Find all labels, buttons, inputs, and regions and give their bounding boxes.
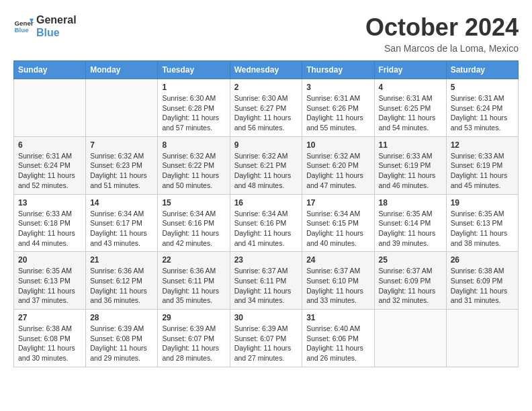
day-number: 16	[234, 198, 298, 208]
day-number: 17	[306, 198, 369, 208]
day-number: 13	[18, 198, 81, 208]
day-number: 31	[306, 313, 369, 322]
day-cell: 9Sunrise: 6:32 AMSunset: 6:21 PMDaylight…	[230, 136, 302, 194]
day-info: Sunrise: 6:32 AMSunset: 6:22 PMDaylight:…	[162, 151, 225, 191]
day-info: Sunrise: 6:35 AMSunset: 6:13 PMDaylight:…	[18, 266, 81, 306]
day-number: 7	[90, 140, 153, 150]
day-number: 8	[162, 140, 225, 150]
day-cell: 8Sunrise: 6:32 AMSunset: 6:22 PMDaylight…	[158, 136, 230, 194]
day-header-wednesday: Wednesday	[230, 61, 302, 79]
day-header-friday: Friday	[374, 61, 446, 79]
day-info: Sunrise: 6:31 AMSunset: 6:24 PMDaylight:…	[18, 151, 81, 191]
day-info: Sunrise: 6:30 AMSunset: 6:28 PMDaylight:…	[162, 93, 225, 133]
day-cell: 24Sunrise: 6:37 AMSunset: 6:10 PMDayligh…	[302, 252, 374, 310]
day-info: Sunrise: 6:38 AMSunset: 6:08 PMDaylight:…	[18, 324, 81, 363]
day-cell: 3Sunrise: 6:31 AMSunset: 6:26 PMDaylight…	[302, 79, 374, 137]
day-number: 3	[306, 83, 369, 92]
header-row: SundayMondayTuesdayWednesdayThursdayFrid…	[14, 61, 519, 79]
day-number: 15	[162, 198, 225, 208]
day-cell: 27Sunrise: 6:38 AMSunset: 6:08 PMDayligh…	[14, 310, 86, 367]
day-info: Sunrise: 6:39 AMSunset: 6:07 PMDaylight:…	[234, 324, 298, 363]
day-cell	[14, 79, 86, 137]
day-header-monday: Monday	[86, 61, 158, 79]
day-number: 10	[306, 140, 369, 150]
location: San Marcos de la Loma, Mexico	[365, 43, 519, 54]
day-info: Sunrise: 6:32 AMSunset: 6:20 PMDaylight:…	[306, 151, 369, 191]
day-number: 2	[234, 83, 298, 92]
day-number: 20	[18, 255, 81, 265]
day-cell: 20Sunrise: 6:35 AMSunset: 6:13 PMDayligh…	[14, 252, 86, 310]
day-info: Sunrise: 6:32 AMSunset: 6:21 PMDaylight:…	[234, 151, 298, 191]
day-info: Sunrise: 6:34 AMSunset: 6:17 PMDaylight:…	[90, 209, 153, 248]
week-row-4: 20Sunrise: 6:35 AMSunset: 6:13 PMDayligh…	[14, 252, 519, 310]
day-info: Sunrise: 6:35 AMSunset: 6:14 PMDaylight:…	[379, 209, 442, 248]
day-header-thursday: Thursday	[302, 61, 374, 79]
day-cell: 29Sunrise: 6:39 AMSunset: 6:07 PMDayligh…	[158, 310, 230, 367]
week-row-3: 13Sunrise: 6:33 AMSunset: 6:18 PMDayligh…	[14, 194, 519, 252]
day-number: 11	[379, 140, 442, 150]
day-cell: 17Sunrise: 6:34 AMSunset: 6:15 PMDayligh…	[302, 194, 374, 252]
day-info: Sunrise: 6:35 AMSunset: 6:13 PMDaylight:…	[451, 209, 514, 248]
week-row-5: 27Sunrise: 6:38 AMSunset: 6:08 PMDayligh…	[14, 310, 519, 367]
logo: General Blue General Blue	[13, 13, 77, 39]
day-info: Sunrise: 6:33 AMSunset: 6:19 PMDaylight:…	[379, 151, 442, 191]
day-number: 27	[18, 313, 81, 322]
day-cell: 15Sunrise: 6:34 AMSunset: 6:16 PMDayligh…	[158, 194, 230, 252]
day-info: Sunrise: 6:33 AMSunset: 6:18 PMDaylight:…	[18, 209, 81, 248]
day-header-saturday: Saturday	[446, 61, 518, 79]
day-cell: 18Sunrise: 6:35 AMSunset: 6:14 PMDayligh…	[374, 194, 446, 252]
day-cell: 30Sunrise: 6:39 AMSunset: 6:07 PMDayligh…	[230, 310, 302, 367]
day-number: 30	[234, 313, 298, 322]
day-cell: 22Sunrise: 6:36 AMSunset: 6:11 PMDayligh…	[158, 252, 230, 310]
day-number: 14	[90, 198, 153, 208]
day-number: 6	[18, 140, 81, 150]
title-block: October 2024 San Marcos de la Loma, Mexi…	[365, 13, 519, 54]
day-info: Sunrise: 6:33 AMSunset: 6:19 PMDaylight:…	[451, 151, 514, 191]
week-row-2: 6Sunrise: 6:31 AMSunset: 6:24 PMDaylight…	[14, 136, 519, 194]
day-info: Sunrise: 6:30 AMSunset: 6:27 PMDaylight:…	[234, 93, 298, 133]
day-cell: 28Sunrise: 6:39 AMSunset: 6:08 PMDayligh…	[86, 310, 158, 367]
svg-text:Blue: Blue	[15, 26, 30, 34]
day-number: 18	[379, 198, 442, 208]
day-cell: 5Sunrise: 6:31 AMSunset: 6:24 PMDaylight…	[446, 79, 518, 137]
day-info: Sunrise: 6:39 AMSunset: 6:07 PMDaylight:…	[162, 324, 225, 363]
day-number: 23	[234, 255, 298, 265]
day-cell: 1Sunrise: 6:30 AMSunset: 6:28 PMDaylight…	[158, 79, 230, 137]
day-number: 29	[162, 313, 225, 322]
day-number: 26	[451, 255, 514, 265]
day-info: Sunrise: 6:36 AMSunset: 6:12 PMDaylight:…	[90, 266, 153, 306]
day-number: 21	[90, 255, 153, 265]
day-cell: 19Sunrise: 6:35 AMSunset: 6:13 PMDayligh…	[446, 194, 518, 252]
day-info: Sunrise: 6:38 AMSunset: 6:09 PMDaylight:…	[451, 266, 514, 306]
logo-line1: General	[36, 13, 77, 26]
day-info: Sunrise: 6:34 AMSunset: 6:16 PMDaylight:…	[162, 209, 225, 248]
day-cell: 26Sunrise: 6:38 AMSunset: 6:09 PMDayligh…	[446, 252, 518, 310]
day-cell: 13Sunrise: 6:33 AMSunset: 6:18 PMDayligh…	[14, 194, 86, 252]
day-header-sunday: Sunday	[14, 61, 86, 79]
day-cell: 10Sunrise: 6:32 AMSunset: 6:20 PMDayligh…	[302, 136, 374, 194]
day-number: 25	[379, 255, 442, 265]
day-info: Sunrise: 6:37 AMSunset: 6:09 PMDaylight:…	[379, 266, 442, 306]
day-info: Sunrise: 6:36 AMSunset: 6:11 PMDaylight:…	[162, 266, 225, 306]
day-info: Sunrise: 6:32 AMSunset: 6:23 PMDaylight:…	[90, 151, 153, 191]
day-cell: 25Sunrise: 6:37 AMSunset: 6:09 PMDayligh…	[374, 252, 446, 310]
day-number: 1	[162, 83, 225, 92]
day-cell: 2Sunrise: 6:30 AMSunset: 6:27 PMDaylight…	[230, 79, 302, 137]
day-cell: 11Sunrise: 6:33 AMSunset: 6:19 PMDayligh…	[374, 136, 446, 194]
day-number: 19	[451, 198, 514, 208]
day-info: Sunrise: 6:37 AMSunset: 6:10 PMDaylight:…	[306, 266, 369, 306]
day-info: Sunrise: 6:37 AMSunset: 6:11 PMDaylight:…	[234, 266, 298, 306]
logo-line2: Blue	[36, 26, 77, 39]
calendar-table: SundayMondayTuesdayWednesdayThursdayFrid…	[13, 60, 519, 367]
day-cell: 12Sunrise: 6:33 AMSunset: 6:19 PMDayligh…	[446, 136, 518, 194]
day-cell: 7Sunrise: 6:32 AMSunset: 6:23 PMDaylight…	[86, 136, 158, 194]
day-cell: 16Sunrise: 6:34 AMSunset: 6:16 PMDayligh…	[230, 194, 302, 252]
day-number: 5	[451, 83, 514, 92]
day-cell: 4Sunrise: 6:31 AMSunset: 6:25 PMDaylight…	[374, 79, 446, 137]
month-title: October 2024	[365, 13, 519, 42]
day-cell	[446, 310, 518, 367]
day-info: Sunrise: 6:34 AMSunset: 6:15 PMDaylight:…	[306, 209, 369, 248]
logo-icon: General Blue	[13, 16, 34, 36]
day-number: 9	[234, 140, 298, 150]
day-number: 12	[451, 140, 514, 150]
